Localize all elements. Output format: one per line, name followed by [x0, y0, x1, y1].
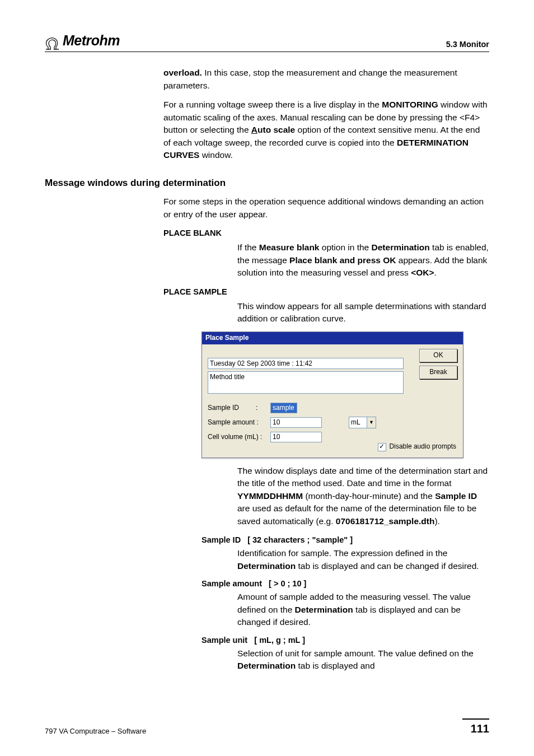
page-footer: 797 VA Computrace – Software 111	[45, 718, 489, 737]
datetime-field: Tuesday 02 Sep 2003 time : 11:42	[208, 358, 404, 369]
window-button-column: OK Break	[419, 349, 457, 379]
sample-amount-row: Sample amount : 10 mL ▼	[208, 417, 457, 428]
cell-volume-row: Cell volume (mL) : 10	[208, 432, 457, 442]
def-sample-amount-label: Sample amount [ > 0 ; 10 ]	[202, 578, 489, 590]
def-sample-id-body: Identification for sample. The expressio…	[237, 547, 489, 572]
sample-amount-input[interactable]: 10	[270, 417, 322, 428]
overload-word: overload.	[163, 68, 202, 77]
window-titlebar: Place Sample	[202, 332, 463, 344]
ok-button[interactable]: OK	[419, 349, 457, 362]
brand-name: Metrohm	[63, 30, 120, 50]
place-sample-window: Place Sample OK Break Tuesday 02 Sep 200…	[202, 332, 463, 458]
sample-id-label: Sample ID :	[208, 403, 267, 413]
sample-unit-select[interactable]: mL ▼	[349, 417, 376, 428]
window-body: OK Break Tuesday 02 Sep 2003 time : 11:4…	[202, 344, 463, 458]
def-sample-amount-body: Amount of sample added to the measuring …	[237, 591, 489, 628]
heading-message-windows: Message windows during determination	[45, 176, 489, 190]
running-paragraph: For a running voltage sweep there is a l…	[163, 99, 489, 161]
sample-amount-label: Sample amount :	[208, 418, 267, 427]
method-title-field: Method title	[208, 371, 404, 394]
def-sample-unit-body: Selection of unit for sample amount. The…	[237, 647, 489, 673]
place-sample-intro: This window appears for all sample deter…	[237, 300, 489, 325]
overload-paragraph: overload. In this case, stop the measure…	[163, 67, 489, 92]
cell-volume-input[interactable]: 10	[270, 432, 322, 442]
def-sample-id-label: Sample ID [ 32 characters ; "sample" ]	[202, 534, 489, 546]
cell-volume-label: Cell volume (mL) :	[208, 432, 267, 442]
place-blank-title: PLACE BLANK	[163, 227, 489, 239]
footer-left: 797 VA Computrace – Software	[45, 726, 146, 737]
place-blank-body: If the Measure blank option in the Deter…	[237, 241, 489, 279]
break-button[interactable]: Break	[419, 366, 457, 379]
msg-intro: For some steps in the operation sequence…	[163, 195, 489, 221]
disable-audio-label: Disable audio prompts	[390, 442, 456, 451]
def-sample-unit-label: Sample unit [ mL, g ; mL ]	[202, 634, 489, 646]
page: Metrohm 5.3 Monitor overload. In this ca…	[0, 0, 534, 756]
place-sample-post: The window displays date and time of the…	[237, 465, 489, 528]
body-column: overload. In this case, stop the measure…	[163, 67, 489, 161]
disable-audio-row: ✓ Disable audio prompts	[378, 442, 456, 451]
sample-id-row: Sample ID : sample	[208, 403, 457, 413]
sample-id-input[interactable]: sample	[270, 403, 297, 413]
header-section: 5.3 Monitor	[446, 39, 489, 50]
omega-icon	[45, 37, 60, 50]
brand-logo: Metrohm	[45, 30, 120, 50]
page-header: Metrohm 5.3 Monitor	[45, 30, 489, 52]
place-sample-title: PLACE SAMPLE	[163, 286, 489, 298]
chevron-down-icon: ▼	[367, 417, 376, 428]
page-number: 111	[462, 718, 489, 737]
disable-audio-checkbox[interactable]: ✓	[378, 443, 386, 451]
